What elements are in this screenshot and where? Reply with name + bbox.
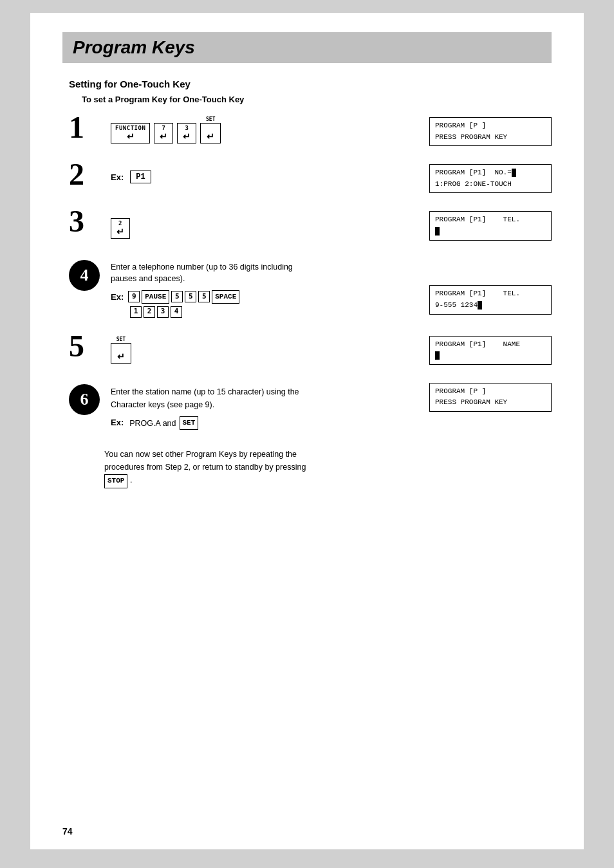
step-1-left: 1 FUNCTION ↵ 7 ↵	[69, 117, 410, 143]
key-2b: 2	[144, 306, 155, 318]
key-2-wrapper: 2 ↵	[111, 216, 130, 239]
stop-key[interactable]: STOP	[104, 474, 127, 488]
step-6-number: 6	[80, 390, 89, 409]
step-2-screen: PROGRAM [P1] NO.=1:PROG 2:ONE-TOUCH	[429, 164, 552, 193]
step-6-screen-area: PROGRAM [P ]PRESS PROGRAM KEY	[410, 383, 552, 412]
step-3-number: 3	[69, 206, 104, 237]
step-5-screen: PROGRAM [P1] NAME	[429, 336, 552, 365]
key-7[interactable]: 7 ↵	[154, 123, 173, 143]
step-6-description: Enter the station name (up to 15 charact…	[111, 385, 299, 411]
key-3-wrapper: 3 ↵	[177, 121, 196, 143]
step-4-screen: PROGRAM [P1] TEL.9-555 1234	[429, 285, 552, 314]
key-pause: PAUSE	[142, 290, 169, 304]
key-1: 1	[130, 306, 142, 318]
set-key-5-wrapper: SET ↵	[111, 341, 131, 364]
closing-paragraph: You can now set other Program Keys by re…	[104, 448, 552, 488]
key-9: 9	[128, 291, 140, 302]
step-2-left: 2 Ex: P1	[69, 164, 410, 190]
step-4-description: Enter a telephone number (up to 36 digit…	[111, 261, 293, 286]
closing-period: .	[130, 476, 132, 485]
key-space: SPACE	[212, 290, 239, 304]
step-2-p1-box: P1	[130, 171, 151, 183]
title-bar: Program Keys	[62, 32, 552, 63]
step-5-left: 5 SET ↵	[69, 336, 410, 364]
step-2-number: 2	[69, 159, 104, 190]
section-title: Setting for One-Touch Key	[69, 78, 552, 89]
step-4-ex-line: Ex: 9 PAUSE 5 5 5 SPACE	[111, 290, 293, 304]
step-4-row: 4 Enter a telephone number (up to 36 dig…	[69, 259, 552, 318]
sub-title: To set a Program Key for One-Touch Key	[82, 95, 552, 104]
page-title: Program Keys	[73, 37, 195, 58]
step-6-ex-label: Ex:	[111, 416, 124, 430]
function-key-wrapper: FUNCTION ↵	[111, 121, 150, 143]
step-4-num-line: 1 2 3 4	[130, 306, 293, 318]
step-3-row: 3 2 ↵ PROGRAM [P1] TEL.	[69, 211, 552, 240]
step-3-screen-area: PROGRAM [P1] TEL.	[410, 211, 552, 240]
step-6-left: 6 Enter the station name (up to 15 chara…	[69, 383, 410, 430]
step-6-ex-text: PROG.A and	[129, 417, 176, 430]
function-key[interactable]: FUNCTION ↵	[111, 123, 150, 143]
set-key-5[interactable]: SET ↵	[111, 343, 131, 364]
step-4-screen-area: PROGRAM [P1] TEL.9-555 1234	[410, 285, 552, 317]
key-2[interactable]: 2 ↵	[111, 218, 130, 239]
step-6-set-key: SET	[180, 416, 199, 430]
key-5b: 5	[185, 291, 196, 302]
step-5-row: 5 SET ↵ PROGRAM [P1] NAME	[69, 336, 552, 365]
set-key-1-wrapper: SET ↵	[200, 121, 221, 143]
step-4-number-container: 4	[69, 259, 104, 291]
step-6-content: Enter the station name (up to 15 charact…	[111, 383, 299, 430]
key-4b: 4	[171, 306, 182, 318]
step-6-number-container: 6	[69, 383, 104, 415]
step-6-row: 6 Enter the station name (up to 15 chara…	[69, 383, 552, 430]
key-5c: 5	[198, 291, 210, 302]
key-3b: 3	[157, 306, 169, 318]
step-3-left: 3 2 ↵	[69, 211, 410, 239]
step-2-screen-area: PROGRAM [P1] NO.=1:PROG 2:ONE-TOUCH	[410, 164, 552, 193]
step-6-ex-line: Ex: PROG.A and SET	[111, 416, 299, 430]
key-3[interactable]: 3 ↵	[177, 123, 196, 143]
step-6-screen: PROGRAM [P ]PRESS PROGRAM KEY	[429, 383, 552, 412]
step-1-number: 1	[69, 112, 104, 143]
step-4-left: 4 Enter a telephone number (up to 36 dig…	[69, 259, 410, 318]
step-1-screen: PROGRAM [P ]PRESS PROGRAM KEY	[429, 117, 552, 146]
step-5-number: 5	[69, 331, 104, 362]
set-key-1[interactable]: SET ↵	[200, 123, 221, 143]
step-6-circle: 6	[69, 384, 100, 415]
key-5a: 5	[171, 291, 183, 302]
page-number: 74	[62, 826, 73, 836]
step-1-row: 1 FUNCTION ↵ 7 ↵	[69, 117, 552, 146]
step-4-number: 4	[80, 266, 89, 285]
step-4-content: Enter a telephone number (up to 36 digit…	[111, 259, 293, 318]
step-2-row: 2 Ex: P1 PROGRAM [P1] NO.=1:PROG 2:ONE-T…	[69, 164, 552, 193]
step-2-ex-label: Ex:	[111, 172, 124, 182]
closing-text: You can now set other Program Keys by re…	[104, 450, 306, 472]
key-7-wrapper: 7 ↵	[154, 121, 173, 143]
step-4-circle: 4	[69, 260, 100, 291]
step-3-screen: PROGRAM [P1] TEL.	[429, 211, 552, 240]
page: Program Keys Setting for One-Touch Key T…	[30, 13, 584, 849]
step-5-screen-area: PROGRAM [P1] NAME	[410, 336, 552, 365]
step-4-ex-label: Ex:	[111, 291, 124, 304]
step-1-screen-area: PROGRAM [P ]PRESS PROGRAM KEY	[410, 117, 552, 146]
